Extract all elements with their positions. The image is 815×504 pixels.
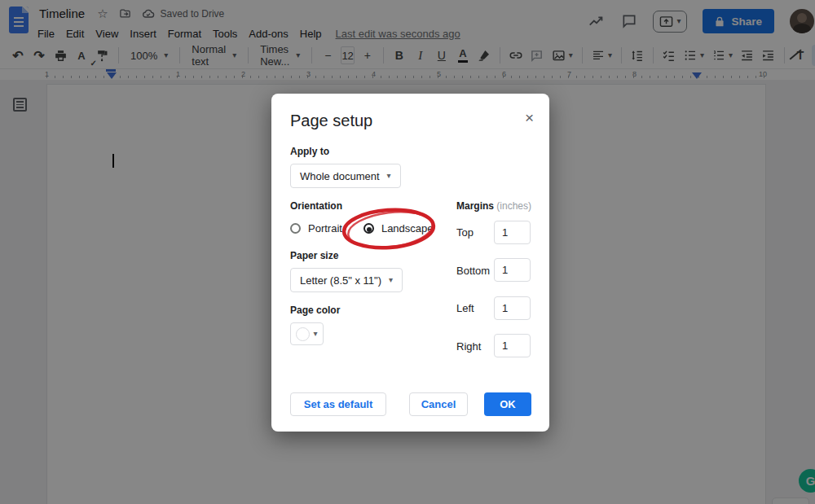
- chevron-down-icon: ▾: [313, 330, 317, 338]
- margin-right-label: Right: [456, 340, 481, 353]
- margin-left-label: Left: [456, 302, 474, 314]
- margins-label-text: Margins: [456, 200, 494, 212]
- google-docs-app: Timeline ☆ Saved to Drive File: [0, 0, 815, 504]
- margin-left-input[interactable]: [494, 296, 531, 320]
- margins-unit: (inches): [496, 200, 531, 212]
- radio-circle-icon: [290, 223, 301, 234]
- radio-circle-icon: [363, 223, 374, 234]
- margins-label: Margins (inches): [456, 200, 531, 212]
- apply-to-value: Whole document: [300, 170, 380, 182]
- paper-size-label: Paper size: [290, 250, 338, 261]
- landscape-label: Landscape: [381, 222, 434, 234]
- orientation-label: Orientation: [290, 200, 342, 212]
- margin-bottom-label: Bottom: [456, 265, 490, 277]
- dialog-title: Page setup: [290, 112, 372, 130]
- portrait-radio[interactable]: Portrait: [290, 222, 342, 234]
- cancel-button[interactable]: Cancel: [409, 392, 468, 416]
- page-color-label: Page color: [290, 305, 340, 316]
- margin-top-input[interactable]: [494, 221, 531, 244]
- apply-to-select[interactable]: Whole document ▾: [290, 164, 401, 188]
- portrait-label: Portrait: [308, 222, 342, 234]
- margin-right-input[interactable]: [494, 334, 531, 357]
- chevron-down-icon: ▾: [387, 172, 391, 180]
- apply-to-label: Apply to: [290, 146, 329, 157]
- page-color-select[interactable]: ▾: [290, 322, 324, 345]
- landscape-radio[interactable]: Landscape: [363, 222, 434, 234]
- margin-top-label: Top: [456, 226, 474, 239]
- chevron-down-icon: ▾: [389, 276, 393, 284]
- color-swatch: [296, 327, 310, 341]
- close-icon[interactable]: ×: [525, 110, 534, 125]
- paper-size-select[interactable]: Letter (8.5" x 11") ▾: [290, 268, 403, 292]
- ok-button[interactable]: OK: [484, 392, 531, 416]
- set-as-default-button[interactable]: Set as default: [290, 392, 386, 416]
- margin-bottom-input[interactable]: [494, 258, 531, 282]
- paper-size-value: Letter (8.5" x 11"): [300, 274, 381, 287]
- page-setup-dialog: Page setup × Apply to Whole document ▾ O…: [271, 94, 549, 432]
